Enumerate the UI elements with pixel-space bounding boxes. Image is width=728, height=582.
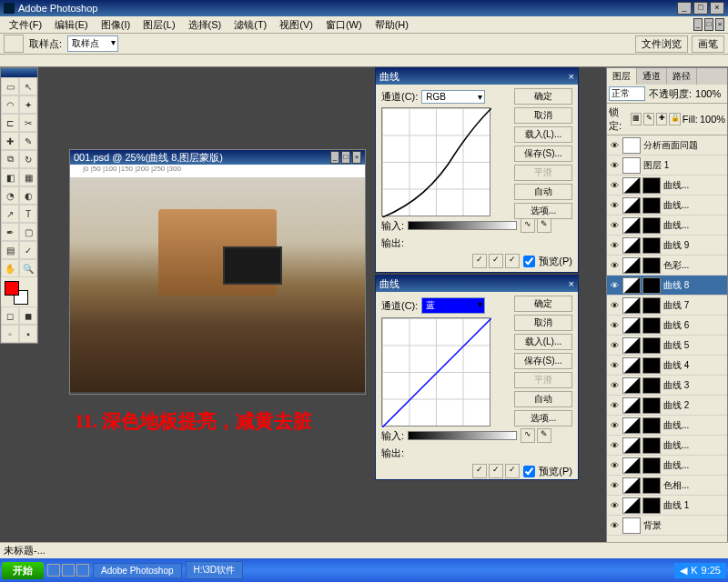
layer-row[interactable]: 👁 分析画面问题 — [607, 135, 727, 156]
tray-icon[interactable]: ◀ — [680, 565, 687, 577]
blur-tool[interactable]: ◔ — [1, 186, 19, 205]
menu-filter[interactable]: 滤镜(T) — [228, 17, 272, 33]
quick-launch-icon[interactable] — [76, 564, 89, 577]
layer-row[interactable]: 👁 曲线... — [607, 436, 727, 456]
layer-thumbnail[interactable] — [622, 177, 641, 194]
quick-launch-icon[interactable] — [47, 564, 60, 577]
layer-thumbnail[interactable] — [622, 217, 641, 234]
tab-file-browser[interactable]: 文件浏览 — [635, 35, 688, 53]
visibility-icon[interactable]: 👁 — [607, 261, 622, 270]
visibility-icon[interactable]: 👁 — [607, 141, 622, 150]
dialog-close-icon[interactable]: × — [569, 278, 574, 289]
mask-thumbnail[interactable] — [642, 437, 661, 454]
curve-mode-icon[interactable]: ∿ — [521, 428, 535, 443]
lock-pixels-icon[interactable]: ✎ — [643, 113, 654, 125]
slice-tool[interactable]: ✂ — [19, 114, 37, 132]
eraser-tool[interactable]: ◧ — [1, 168, 19, 186]
ok-button[interactable]: 确定 — [514, 296, 572, 312]
quick-launch-icon[interactable] — [62, 564, 75, 577]
visibility-icon[interactable]: 👁 — [607, 281, 622, 290]
layer-thumbnail[interactable] — [622, 137, 641, 154]
auto-button[interactable]: 自动 — [514, 391, 572, 407]
dialog-titlebar[interactable]: 曲线× — [376, 68, 578, 85]
load-button[interactable]: 载入(L)... — [514, 126, 572, 143]
type-tool[interactable]: T — [19, 205, 37, 223]
sample-select[interactable]: 取样点 — [67, 35, 118, 52]
visibility-icon[interactable]: 👁 — [607, 201, 622, 210]
layer-thumbnail[interactable] — [622, 357, 641, 374]
tab-paths[interactable]: 路径 — [667, 68, 697, 85]
taskbar-item[interactable]: Adobe Photoshop — [93, 563, 182, 578]
layer-thumbnail[interactable] — [622, 197, 641, 214]
stamp-tool[interactable]: ⧉ — [1, 150, 19, 168]
eyedropper-plus-icon[interactable]: ✓ — [489, 254, 503, 268]
visibility-icon[interactable]: 👁 — [607, 441, 622, 450]
mask-thumbnail[interactable] — [642, 177, 661, 194]
hand-tool[interactable]: ✋ — [1, 259, 19, 277]
mask-thumbnail[interactable] — [642, 457, 661, 474]
visibility-icon[interactable]: 👁 — [607, 461, 622, 470]
menu-help[interactable]: 帮助(H) — [369, 17, 414, 33]
menu-select[interactable]: 选择(S) — [183, 17, 228, 33]
layer-row[interactable]: 👁 曲线... — [607, 216, 727, 236]
menu-layer[interactable]: 图层(L) — [137, 17, 180, 33]
lock-all-icon[interactable]: 🔒 — [669, 113, 680, 125]
path-tool[interactable]: ↗ — [1, 205, 19, 223]
opacity-value[interactable]: 100% — [695, 88, 721, 99]
mask-thumbnail[interactable] — [642, 477, 661, 494]
visibility-icon[interactable]: 👁 — [607, 481, 622, 490]
channel-select[interactable]: 蓝 — [421, 297, 485, 314]
mask-thumbnail[interactable] — [642, 357, 661, 374]
layer-row[interactable]: 👁 曲线... — [607, 456, 727, 476]
mask-thumbnail[interactable] — [642, 417, 661, 434]
move-tool[interactable]: ↖ — [19, 77, 37, 95]
tab-channels[interactable]: 通道 — [637, 68, 667, 85]
mask-thumbnail[interactable] — [642, 257, 661, 274]
pen-tool[interactable]: ✒ — [1, 223, 19, 241]
layer-row[interactable]: 👁 曲线 6 — [607, 316, 727, 336]
screen-std[interactable]: ▫ — [1, 325, 19, 343]
curve-graph[interactable] — [381, 317, 490, 426]
color-swatches[interactable] — [1, 277, 37, 306]
blend-mode-select[interactable]: 正常 — [609, 86, 645, 101]
eyedropper-plus-icon[interactable]: ✓ — [489, 464, 503, 478]
foreground-color[interactable] — [5, 281, 19, 296]
visibility-icon[interactable]: 👁 — [607, 421, 622, 430]
layer-row[interactable]: 👁 曲线... — [607, 176, 727, 196]
layer-thumbnail[interactable] — [622, 157, 641, 174]
layer-row[interactable]: 👁 曲线... — [607, 196, 727, 216]
layer-thumbnail[interactable] — [622, 237, 641, 254]
visibility-icon[interactable]: 👁 — [607, 341, 622, 350]
visibility-icon[interactable]: 👁 — [607, 401, 622, 410]
layer-thumbnail[interactable] — [622, 417, 641, 434]
mask-thumbnail[interactable] — [642, 297, 661, 314]
layer-thumbnail[interactable] — [622, 297, 641, 314]
save-button[interactable]: 保存(S)... — [514, 353, 572, 369]
layer-thumbnail[interactable] — [622, 517, 641, 534]
quickmask-off[interactable]: ◻ — [1, 306, 19, 325]
layer-list[interactable]: 👁 分析画面问题👁 图层 1👁 曲线...👁 曲线...👁 曲线...👁 曲线 … — [607, 135, 727, 570]
heal-tool[interactable]: ✚ — [1, 132, 19, 150]
layer-row[interactable]: 👁 曲线 9 — [607, 236, 727, 256]
start-button[interactable]: 开始 — [2, 562, 44, 579]
dodge-tool[interactable]: ◐ — [19, 186, 37, 205]
layer-thumbnail[interactable] — [622, 477, 641, 494]
layer-thumbnail[interactable] — [622, 437, 641, 454]
minimize-button[interactable]: _ — [677, 2, 692, 15]
input-gradient[interactable] — [408, 221, 517, 230]
layer-thumbnail[interactable] — [622, 257, 641, 274]
visibility-icon[interactable]: 👁 — [607, 181, 622, 190]
save-button[interactable]: 保存(S)... — [514, 146, 572, 162]
taskbar-item[interactable]: H:\3D软件 — [186, 561, 244, 579]
maximize-button[interactable]: □ — [693, 2, 708, 15]
shape-tool[interactable]: ▢ — [19, 223, 37, 241]
layer-row[interactable]: 👁 曲线 3 — [607, 376, 727, 396]
fill-value[interactable]: 100% — [700, 114, 725, 125]
visibility-icon[interactable]: 👁 — [607, 521, 622, 530]
system-tray[interactable]: ◀ K 9:25 — [674, 563, 726, 578]
ok-button[interactable]: 确定 — [514, 88, 572, 105]
tab-brushes[interactable]: 画笔 — [692, 35, 724, 53]
curve-graph[interactable] — [381, 107, 490, 216]
menu-window[interactable]: 窗口(W) — [320, 17, 368, 33]
notes-tool[interactable]: ▤ — [1, 241, 19, 259]
